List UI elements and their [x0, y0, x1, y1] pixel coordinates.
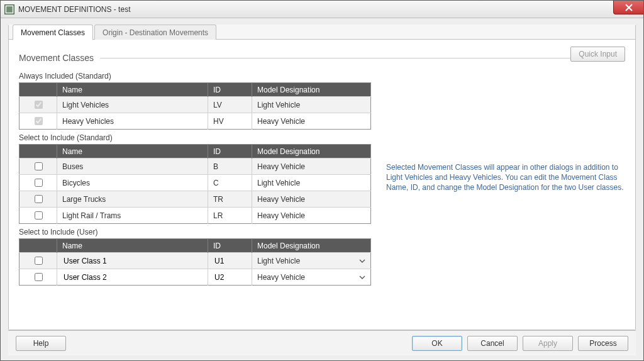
cell-md: Light Vehicle	[252, 97, 371, 113]
cell-md: Heavy Vehicle	[252, 208, 371, 224]
cell-name: Light Vehicles	[57, 97, 208, 113]
tab-od-movements[interactable]: Origin - Destination Movements	[94, 25, 216, 40]
process-button[interactable]: Process	[578, 336, 628, 351]
col-md: Model Designation	[252, 145, 371, 158]
table-always-included: Name ID Model Designation Light Vehicles…	[19, 82, 371, 130]
info-text: Selected Movement Classes will appear in…	[386, 162, 625, 193]
cell-name: Bicycles	[57, 175, 208, 191]
cell-md: Light Vehicle	[252, 175, 371, 191]
dialog-footer: Help OK Cancel Apply Process	[8, 330, 636, 355]
dialog-window: MOVEMENT DEFINITIONS - test Movement Cla…	[0, 0, 644, 361]
table-row: Heavy Vehicles HV Heavy Vehicle	[19, 113, 371, 130]
section-heading: Movement Classes	[19, 53, 625, 63]
table-row: Buses B Heavy Vehicle	[19, 158, 371, 175]
cell-id: LV	[208, 97, 252, 113]
group-label-select-user: Select to Include (User)	[19, 228, 371, 236]
col-id: ID	[208, 145, 252, 158]
cell-id: TR	[208, 191, 252, 208]
col-id: ID	[208, 83, 252, 97]
cell-md: Heavy Vehicle	[252, 191, 371, 208]
id-input[interactable]	[213, 257, 247, 265]
row-checkbox[interactable]	[35, 101, 43, 109]
dropdown-value: Light Vehicle	[257, 257, 300, 265]
dropdown-value: Heavy Vehicle	[257, 273, 305, 282]
cell-md[interactable]: Light Vehicle	[252, 253, 371, 269]
cell-name: Large Trucks	[57, 191, 208, 208]
name-input[interactable]	[62, 273, 203, 282]
col-id: ID	[208, 239, 252, 253]
cell-id: C	[208, 175, 252, 191]
col-name: Name	[57, 83, 208, 97]
svg-rect-0	[6, 6, 13, 13]
cell-name: Heavy Vehicles	[57, 113, 208, 130]
chevron-down-icon	[359, 259, 365, 263]
cell-md[interactable]: Heavy Vehicle	[252, 269, 371, 286]
table-row: Bicycles C Light Vehicle	[19, 175, 371, 191]
row-checkbox[interactable]	[35, 117, 43, 125]
tabstrip: Movement Classes Origin - Destination Mo…	[9, 25, 635, 40]
table-row: Large Trucks TR Heavy Vehicle	[19, 191, 371, 208]
col-md: Model Designation	[252, 239, 371, 253]
divider	[100, 58, 625, 58]
table-row: Light Vehicles LV Light Vehicle	[19, 97, 371, 113]
chevron-down-icon	[359, 275, 365, 279]
cell-id[interactable]	[208, 253, 252, 269]
id-input[interactable]	[213, 273, 247, 282]
cell-name: Light Rail / Trams	[57, 208, 208, 224]
row-checkbox[interactable]	[35, 195, 43, 203]
cell-name: Buses	[57, 158, 208, 175]
apply-button[interactable]: Apply	[523, 336, 573, 351]
help-button[interactable]: Help	[16, 336, 66, 351]
cell-name[interactable]	[57, 269, 208, 286]
window-title: MOVEMENT DEFINITIONS - test	[18, 5, 130, 14]
name-input[interactable]	[62, 257, 203, 265]
tab-container: Movement Classes Origin - Destination Mo…	[8, 25, 636, 330]
row-checkbox[interactable]	[35, 273, 43, 281]
cell-id: LR	[208, 208, 252, 224]
cell-id[interactable]	[208, 269, 252, 286]
quick-input-button[interactable]: Quick Input	[570, 47, 625, 62]
table-row: Light Vehicle	[19, 253, 371, 269]
col-check	[19, 145, 57, 158]
ok-button[interactable]: OK	[412, 336, 462, 351]
titlebar: MOVEMENT DEFINITIONS - test	[1, 1, 643, 18]
cell-id: B	[208, 158, 252, 175]
model-designation-dropdown[interactable]: Light Vehicle	[257, 257, 365, 265]
col-name: Name	[57, 145, 208, 158]
close-button[interactable]	[613, 1, 643, 14]
model-designation-dropdown[interactable]: Heavy Vehicle	[257, 273, 365, 282]
close-icon	[625, 4, 633, 11]
cell-md: Heavy Vehicle	[252, 158, 371, 175]
col-check	[19, 239, 57, 253]
row-checkbox[interactable]	[35, 257, 43, 265]
tab-movement-classes[interactable]: Movement Classes	[13, 25, 93, 40]
cell-name[interactable]	[57, 253, 208, 269]
cancel-button[interactable]: Cancel	[467, 336, 518, 351]
col-md: Model Designation	[252, 83, 371, 97]
tab-body: Quick Input Movement Classes Always Incl…	[9, 40, 635, 330]
row-checkbox[interactable]	[35, 179, 43, 187]
table-row: Heavy Vehicle	[19, 269, 371, 286]
group-label-select-std: Select to Include (Standard)	[19, 133, 371, 142]
row-checkbox[interactable]	[35, 162, 43, 170]
group-label-always: Always Included (Standard)	[19, 72, 371, 81]
table-select-standard: Name ID Model Designation Buses B Heavy …	[19, 144, 371, 224]
client-area: Movement Classes Origin - Destination Mo…	[1, 18, 643, 360]
cell-md: Heavy Vehicle	[252, 113, 371, 130]
col-check	[19, 83, 57, 97]
app-icon	[4, 4, 14, 14]
section-title: Movement Classes	[19, 53, 94, 63]
table-row: Light Rail / Trams LR Heavy Vehicle	[19, 208, 371, 224]
col-name: Name	[57, 239, 208, 253]
row-checkbox[interactable]	[35, 211, 43, 219]
cell-id: HV	[208, 113, 252, 130]
table-select-user: Name ID Model Designation	[19, 238, 371, 286]
